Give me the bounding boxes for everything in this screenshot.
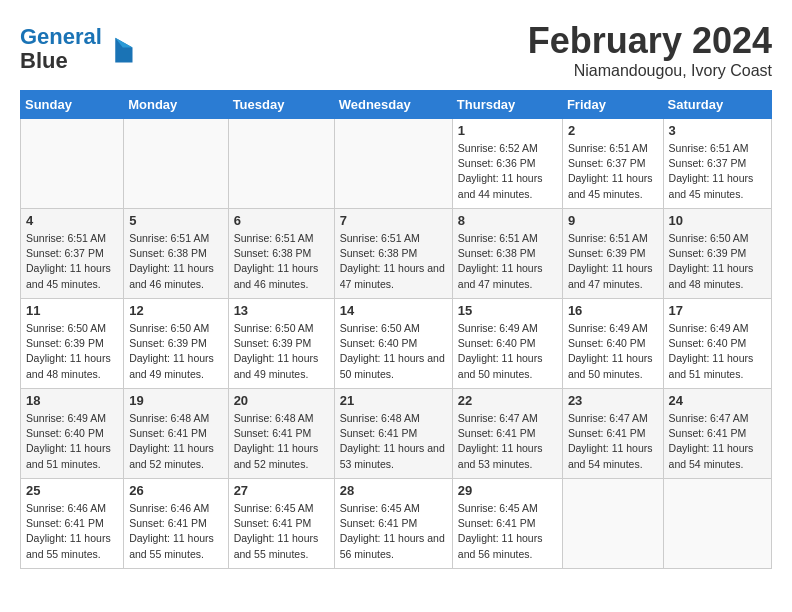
calendar-cell: 16Sunrise: 6:49 AMSunset: 6:40 PMDayligh… bbox=[562, 299, 663, 389]
day-number: 10 bbox=[669, 213, 766, 228]
calendar-cell: 17Sunrise: 6:49 AMSunset: 6:40 PMDayligh… bbox=[663, 299, 771, 389]
month-title: February 2024 bbox=[528, 20, 772, 62]
calendar-cell bbox=[228, 119, 334, 209]
day-detail: Sunrise: 6:47 AMSunset: 6:41 PMDaylight:… bbox=[568, 411, 658, 472]
weekday-header-friday: Friday bbox=[562, 91, 663, 119]
day-detail: Sunrise: 6:49 AMSunset: 6:40 PMDaylight:… bbox=[26, 411, 118, 472]
day-number: 16 bbox=[568, 303, 658, 318]
day-detail: Sunrise: 6:48 AMSunset: 6:41 PMDaylight:… bbox=[340, 411, 447, 472]
logo-icon bbox=[104, 34, 134, 64]
calendar-cell: 19Sunrise: 6:48 AMSunset: 6:41 PMDayligh… bbox=[124, 389, 228, 479]
day-detail: Sunrise: 6:49 AMSunset: 6:40 PMDaylight:… bbox=[568, 321, 658, 382]
day-detail: Sunrise: 6:52 AMSunset: 6:36 PMDaylight:… bbox=[458, 141, 557, 202]
calendar-week-row: 18Sunrise: 6:49 AMSunset: 6:40 PMDayligh… bbox=[21, 389, 772, 479]
calendar-week-row: 11Sunrise: 6:50 AMSunset: 6:39 PMDayligh… bbox=[21, 299, 772, 389]
day-number: 2 bbox=[568, 123, 658, 138]
day-detail: Sunrise: 6:47 AMSunset: 6:41 PMDaylight:… bbox=[669, 411, 766, 472]
calendar-cell: 27Sunrise: 6:45 AMSunset: 6:41 PMDayligh… bbox=[228, 479, 334, 569]
day-detail: Sunrise: 6:49 AMSunset: 6:40 PMDaylight:… bbox=[669, 321, 766, 382]
day-detail: Sunrise: 6:50 AMSunset: 6:40 PMDaylight:… bbox=[340, 321, 447, 382]
logo-text: GeneralBlue bbox=[20, 25, 102, 73]
day-number: 8 bbox=[458, 213, 557, 228]
day-detail: Sunrise: 6:45 AMSunset: 6:41 PMDaylight:… bbox=[458, 501, 557, 562]
day-number: 15 bbox=[458, 303, 557, 318]
day-detail: Sunrise: 6:50 AMSunset: 6:39 PMDaylight:… bbox=[669, 231, 766, 292]
day-number: 13 bbox=[234, 303, 329, 318]
calendar-cell: 11Sunrise: 6:50 AMSunset: 6:39 PMDayligh… bbox=[21, 299, 124, 389]
day-detail: Sunrise: 6:51 AMSunset: 6:37 PMDaylight:… bbox=[26, 231, 118, 292]
day-number: 11 bbox=[26, 303, 118, 318]
calendar-cell: 20Sunrise: 6:48 AMSunset: 6:41 PMDayligh… bbox=[228, 389, 334, 479]
day-number: 9 bbox=[568, 213, 658, 228]
day-detail: Sunrise: 6:48 AMSunset: 6:41 PMDaylight:… bbox=[129, 411, 222, 472]
calendar-cell: 9Sunrise: 6:51 AMSunset: 6:39 PMDaylight… bbox=[562, 209, 663, 299]
day-number: 17 bbox=[669, 303, 766, 318]
svg-marker-0 bbox=[115, 38, 132, 63]
weekday-header-monday: Monday bbox=[124, 91, 228, 119]
day-number: 27 bbox=[234, 483, 329, 498]
calendar-cell bbox=[334, 119, 452, 209]
calendar-cell: 13Sunrise: 6:50 AMSunset: 6:39 PMDayligh… bbox=[228, 299, 334, 389]
day-number: 12 bbox=[129, 303, 222, 318]
day-number: 6 bbox=[234, 213, 329, 228]
weekday-header-row: SundayMondayTuesdayWednesdayThursdayFrid… bbox=[21, 91, 772, 119]
day-number: 22 bbox=[458, 393, 557, 408]
day-number: 5 bbox=[129, 213, 222, 228]
calendar-cell: 8Sunrise: 6:51 AMSunset: 6:38 PMDaylight… bbox=[452, 209, 562, 299]
weekday-header-wednesday: Wednesday bbox=[334, 91, 452, 119]
day-detail: Sunrise: 6:51 AMSunset: 6:39 PMDaylight:… bbox=[568, 231, 658, 292]
day-detail: Sunrise: 6:51 AMSunset: 6:38 PMDaylight:… bbox=[129, 231, 222, 292]
weekday-header-tuesday: Tuesday bbox=[228, 91, 334, 119]
calendar-cell: 1Sunrise: 6:52 AMSunset: 6:36 PMDaylight… bbox=[452, 119, 562, 209]
calendar-cell: 18Sunrise: 6:49 AMSunset: 6:40 PMDayligh… bbox=[21, 389, 124, 479]
day-number: 1 bbox=[458, 123, 557, 138]
logo: GeneralBlue bbox=[20, 25, 134, 73]
day-number: 3 bbox=[669, 123, 766, 138]
calendar-table: SundayMondayTuesdayWednesdayThursdayFrid… bbox=[20, 90, 772, 569]
calendar-cell: 24Sunrise: 6:47 AMSunset: 6:41 PMDayligh… bbox=[663, 389, 771, 479]
calendar-cell bbox=[562, 479, 663, 569]
day-detail: Sunrise: 6:51 AMSunset: 6:38 PMDaylight:… bbox=[458, 231, 557, 292]
day-detail: Sunrise: 6:46 AMSunset: 6:41 PMDaylight:… bbox=[26, 501, 118, 562]
calendar-cell: 15Sunrise: 6:49 AMSunset: 6:40 PMDayligh… bbox=[452, 299, 562, 389]
day-detail: Sunrise: 6:47 AMSunset: 6:41 PMDaylight:… bbox=[458, 411, 557, 472]
day-number: 28 bbox=[340, 483, 447, 498]
calendar-cell bbox=[124, 119, 228, 209]
day-detail: Sunrise: 6:49 AMSunset: 6:40 PMDaylight:… bbox=[458, 321, 557, 382]
day-detail: Sunrise: 6:48 AMSunset: 6:41 PMDaylight:… bbox=[234, 411, 329, 472]
day-number: 29 bbox=[458, 483, 557, 498]
location-subtitle: Niamandougou, Ivory Coast bbox=[528, 62, 772, 80]
day-detail: Sunrise: 6:51 AMSunset: 6:37 PMDaylight:… bbox=[669, 141, 766, 202]
calendar-cell: 22Sunrise: 6:47 AMSunset: 6:41 PMDayligh… bbox=[452, 389, 562, 479]
calendar-cell: 28Sunrise: 6:45 AMSunset: 6:41 PMDayligh… bbox=[334, 479, 452, 569]
header: GeneralBlue February 2024 Niamandougou, … bbox=[20, 20, 772, 80]
calendar-cell: 26Sunrise: 6:46 AMSunset: 6:41 PMDayligh… bbox=[124, 479, 228, 569]
calendar-cell: 14Sunrise: 6:50 AMSunset: 6:40 PMDayligh… bbox=[334, 299, 452, 389]
calendar-cell: 23Sunrise: 6:47 AMSunset: 6:41 PMDayligh… bbox=[562, 389, 663, 479]
day-detail: Sunrise: 6:50 AMSunset: 6:39 PMDaylight:… bbox=[129, 321, 222, 382]
day-number: 18 bbox=[26, 393, 118, 408]
day-number: 23 bbox=[568, 393, 658, 408]
day-number: 24 bbox=[669, 393, 766, 408]
day-detail: Sunrise: 6:51 AMSunset: 6:38 PMDaylight:… bbox=[340, 231, 447, 292]
day-detail: Sunrise: 6:45 AMSunset: 6:41 PMDaylight:… bbox=[234, 501, 329, 562]
calendar-cell: 2Sunrise: 6:51 AMSunset: 6:37 PMDaylight… bbox=[562, 119, 663, 209]
calendar-cell: 12Sunrise: 6:50 AMSunset: 6:39 PMDayligh… bbox=[124, 299, 228, 389]
weekday-header-sunday: Sunday bbox=[21, 91, 124, 119]
day-detail: Sunrise: 6:51 AMSunset: 6:38 PMDaylight:… bbox=[234, 231, 329, 292]
calendar-cell bbox=[21, 119, 124, 209]
calendar-week-row: 1Sunrise: 6:52 AMSunset: 6:36 PMDaylight… bbox=[21, 119, 772, 209]
calendar-cell: 29Sunrise: 6:45 AMSunset: 6:41 PMDayligh… bbox=[452, 479, 562, 569]
calendar-cell: 7Sunrise: 6:51 AMSunset: 6:38 PMDaylight… bbox=[334, 209, 452, 299]
weekday-header-saturday: Saturday bbox=[663, 91, 771, 119]
calendar-cell: 4Sunrise: 6:51 AMSunset: 6:37 PMDaylight… bbox=[21, 209, 124, 299]
day-detail: Sunrise: 6:50 AMSunset: 6:39 PMDaylight:… bbox=[234, 321, 329, 382]
calendar-cell: 3Sunrise: 6:51 AMSunset: 6:37 PMDaylight… bbox=[663, 119, 771, 209]
calendar-cell: 5Sunrise: 6:51 AMSunset: 6:38 PMDaylight… bbox=[124, 209, 228, 299]
calendar-cell: 10Sunrise: 6:50 AMSunset: 6:39 PMDayligh… bbox=[663, 209, 771, 299]
day-number: 25 bbox=[26, 483, 118, 498]
title-area: February 2024 Niamandougou, Ivory Coast bbox=[528, 20, 772, 80]
day-number: 26 bbox=[129, 483, 222, 498]
day-number: 7 bbox=[340, 213, 447, 228]
day-detail: Sunrise: 6:46 AMSunset: 6:41 PMDaylight:… bbox=[129, 501, 222, 562]
